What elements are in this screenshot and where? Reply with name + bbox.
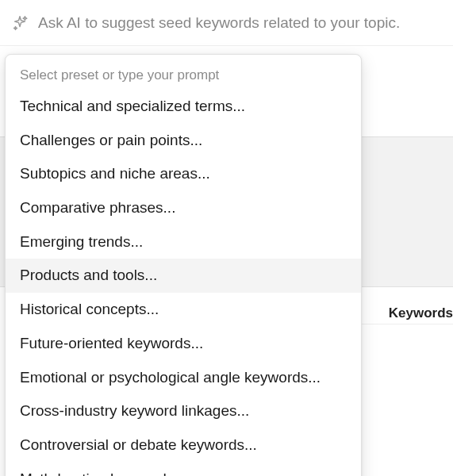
sparkle-icon — [11, 14, 29, 32]
preset-dropdown: Select preset or type your prompt Techni… — [5, 54, 362, 476]
preset-option[interactable]: Myth-busting keywords... — [6, 463, 361, 476]
preset-option[interactable]: Technical and specialized terms... — [6, 90, 361, 124]
preset-option[interactable]: Challenges or pain points... — [6, 124, 361, 158]
background-divider — [357, 324, 453, 324]
ai-search-row — [0, 0, 453, 46]
preset-option[interactable]: Comparative phrases... — [6, 191, 361, 225]
preset-option[interactable]: Subtopics and niche areas... — [6, 157, 361, 191]
dropdown-header: Select preset or type your prompt — [6, 60, 361, 90]
column-header-keywords: Keywords — [384, 296, 453, 331]
preset-option[interactable]: Future-oriented keywords... — [6, 327, 361, 361]
preset-option[interactable]: Historical concepts... — [6, 293, 361, 327]
preset-option[interactable]: Products and tools... — [6, 259, 361, 293]
ai-prompt-input[interactable] — [38, 14, 442, 32]
preset-option[interactable]: Emotional or psychological angle keyword… — [6, 361, 361, 395]
preset-option[interactable]: Controversial or debate keywords... — [6, 428, 361, 463]
preset-option[interactable]: Emerging trends... — [6, 225, 361, 259]
preset-option[interactable]: Cross-industry keyword linkages... — [6, 394, 361, 428]
